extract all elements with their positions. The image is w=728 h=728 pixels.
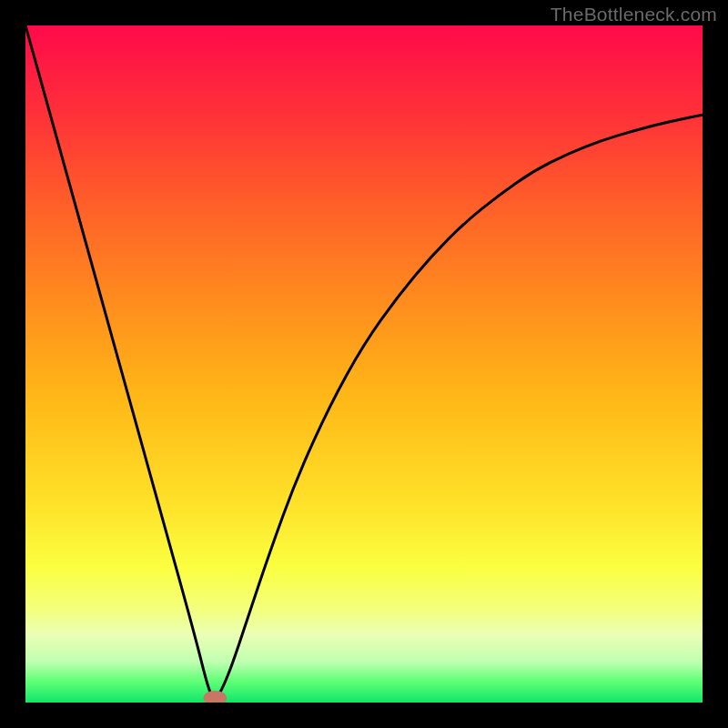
minimum-marker bbox=[203, 691, 227, 703]
curve-path bbox=[25, 25, 703, 698]
curve-layer bbox=[25, 25, 703, 703]
attribution-label: TheBottleneck.com bbox=[551, 4, 717, 25]
bottleneck-curve bbox=[25, 25, 703, 698]
plot-area bbox=[25, 25, 703, 703]
chart-frame: TheBottleneck.com bbox=[0, 0, 728, 728]
